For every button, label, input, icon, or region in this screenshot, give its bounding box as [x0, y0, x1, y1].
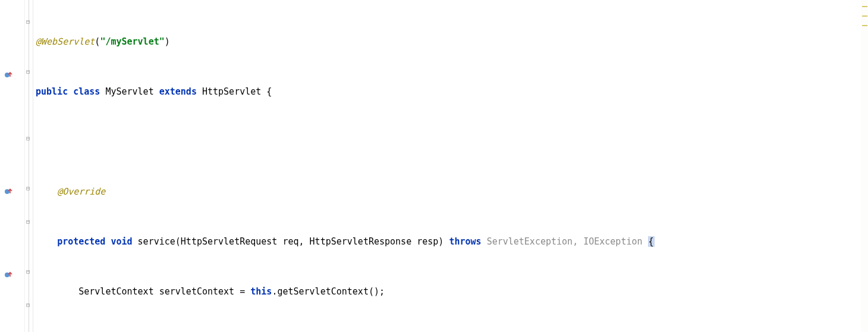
fold-guide-line [29, 0, 29, 332]
warning-marker[interactable] [862, 25, 867, 26]
code-line[interactable]: public class MyServlet extends HttpServl… [33, 83, 868, 100]
code-content[interactable]: @WebServlet("/myServlet") public class M… [33, 0, 868, 332]
editor-gutter[interactable] [0, 0, 25, 332]
code-line[interactable]: ServletContext servletContext = this.get… [33, 283, 868, 300]
fold-end-icon[interactable]: ⊟ [26, 136, 32, 142]
fold-start-icon[interactable]: ⊟ [26, 69, 32, 75]
code-line[interactable] [33, 133, 868, 150]
override-up-icon[interactable] [4, 70, 13, 80]
fold-start-icon[interactable]: ⊟ [26, 186, 32, 192]
override-up-icon[interactable] [4, 187, 13, 196]
code-line[interactable]: @Override [33, 183, 868, 200]
string-literal: "/myServlet" [100, 36, 164, 47]
annotation: @WebServlet [36, 36, 95, 47]
fold-end-icon[interactable]: ⊟ [26, 302, 32, 308]
matched-brace: { [648, 236, 655, 247]
fold-end-icon[interactable]: ⊟ [26, 219, 32, 225]
error-stripe[interactable] [861, 0, 868, 332]
fold-start-icon[interactable]: ⊟ [26, 19, 32, 25]
code-line[interactable]: protected void service(HttpServletReques… [33, 233, 868, 250]
code-editor: ⊟ ⊟ ⊟ ⊟ ⊟ ⊟ ⊟ @WebServlet("/myServlet") … [0, 0, 868, 332]
fold-start-icon[interactable]: ⊟ [26, 269, 32, 275]
code-line[interactable]: @WebServlet("/myServlet") [33, 33, 868, 50]
warning-marker[interactable] [862, 15, 867, 17]
fold-column[interactable]: ⊟ ⊟ ⊟ ⊟ ⊟ ⊟ ⊟ [25, 0, 33, 332]
override-up-icon[interactable] [4, 270, 13, 280]
warning-marker[interactable] [862, 6, 867, 7]
